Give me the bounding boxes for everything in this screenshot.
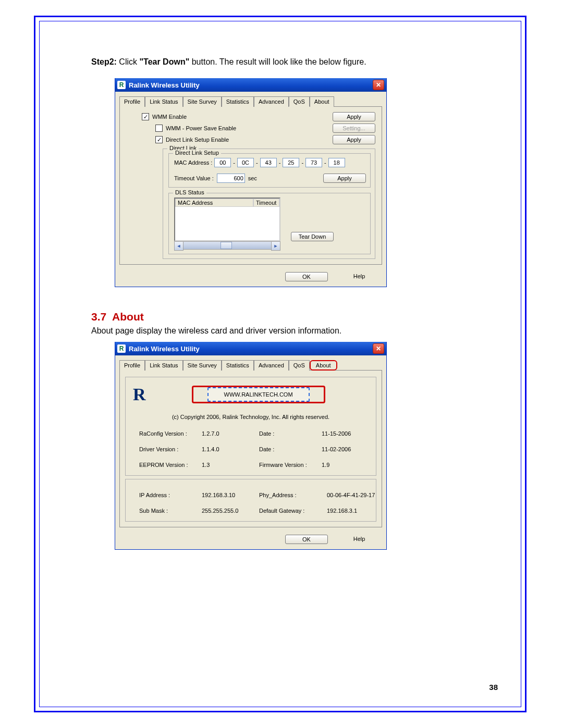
dls-table-header: MAC Address Timeout — [175, 199, 279, 207]
phy-value: 00-06-4F-41-29-17 — [327, 492, 389, 498]
timeout-field[interactable] — [217, 174, 245, 183]
apply-button[interactable]: Apply — [333, 112, 375, 121]
page-number: 38 — [489, 683, 498, 692]
step-rest: button. The result will look like the be… — [189, 57, 366, 66]
tab-statistics[interactable]: Statistics — [222, 360, 254, 371]
mac-field-0[interactable] — [214, 158, 231, 167]
ralink-logo-icon: R — [133, 385, 146, 404]
tear-down-button[interactable]: Tear Down — [291, 232, 334, 241]
page-content: Step2: Click "Tear Down" button. The res… — [52, 31, 508, 697]
tab-link-status[interactable]: Link Status — [145, 360, 182, 371]
direct-link-enable-label: Direct Link Setup Enable — [166, 137, 229, 143]
date-label: Date : — [259, 430, 322, 437]
wmm-powersave-checkbox[interactable]: WMM - Power Save Enable — [155, 125, 236, 132]
close-icon[interactable]: ✕ — [373, 80, 384, 90]
app-icon: R — [117, 344, 126, 353]
help-button[interactable]: Help — [338, 535, 380, 544]
window-title: Ralink Wireless Utility — [129, 345, 200, 353]
scroll-left-icon[interactable]: ◄ — [174, 241, 183, 251]
tab-site-survey[interactable]: Site Survey — [183, 96, 222, 107]
mac-field-4[interactable] — [305, 158, 322, 167]
direct-link-group: Direct Link Direct Link Setup MAC Addres… — [163, 149, 375, 259]
apply-button[interactable]: Apply — [333, 135, 375, 144]
tab-link-status[interactable]: Link Status — [145, 96, 182, 107]
about-panel: R WWW.RALINKTECH.COM (c) Copyright 2006,… — [119, 370, 382, 527]
url-highlight: WWW.RALINKTECH.COM — [192, 386, 325, 403]
titlebar[interactable]: R Ralink Wireless Utility ✕ — [115, 342, 386, 355]
step-prefix: Step2: — [91, 57, 117, 66]
about-window: R Ralink Wireless Utility ✕ Profile Link… — [115, 342, 387, 550]
tab-about-selected[interactable]: About — [310, 360, 337, 371]
about-frame: R WWW.RALINKTECH.COM (c) Copyright 2006,… — [125, 377, 376, 476]
dls-status-group: DLS Status MAC Address Timeout — [168, 193, 371, 254]
tab-profile[interactable]: Profile — [119, 96, 145, 107]
url-button[interactable]: WWW.RALINKTECH.COM — [207, 387, 310, 402]
date-label: Date : — [259, 446, 322, 452]
driver-date: 11-02-2006 — [322, 446, 384, 452]
mask-value: 255.255.255.0 — [202, 508, 259, 514]
network-grid: IP Address : 192.168.3.10 Phy_Address : … — [139, 492, 369, 514]
wmm-enable-checkbox[interactable]: ✓ WMM Enable — [142, 113, 187, 120]
mac-field-5[interactable] — [328, 158, 345, 167]
mac-field-1[interactable] — [237, 158, 254, 167]
version-grid: RaConfig Version : 1.2.7.0 Date : 11-15-… — [139, 430, 369, 468]
raconfig-label: RaConfig Version : — [139, 430, 202, 437]
raconfig-date: 11-15-2006 — [322, 430, 384, 437]
ok-button[interactable]: OK — [285, 272, 328, 281]
tab-profile[interactable]: Profile — [119, 360, 145, 371]
ip-label: IP Address : — [139, 492, 202, 498]
tab-about[interactable]: About — [310, 96, 334, 107]
tab-statistics[interactable]: Statistics — [222, 96, 254, 107]
tab-qos[interactable]: QoS — [289, 360, 310, 371]
step-text: Step2: Click "Tear Down" button. The res… — [91, 57, 508, 67]
mac-field-3[interactable] — [283, 158, 299, 167]
section-heading: 3.7 About — [91, 311, 508, 323]
direct-link-setup-group: Direct Link Setup MAC Address : - - - - … — [168, 153, 371, 188]
app-icon: R — [117, 81, 126, 89]
tab-advanced[interactable]: Advanced — [254, 96, 289, 107]
tab-site-survey[interactable]: Site Survey — [183, 360, 222, 371]
dialog-buttons: OK Help — [115, 269, 386, 287]
mask-label: Sub Mask : — [139, 508, 202, 514]
driver-value: 1.1.4.0 — [202, 446, 259, 452]
direct-link-setup-legend: Direct Link Setup — [173, 150, 221, 156]
about-description: About page display the wireless card and… — [91, 326, 508, 336]
scroll-thumb[interactable] — [221, 242, 232, 249]
close-icon[interactable]: ✕ — [373, 343, 384, 354]
qos-panel: ✓ WMM Enable Apply WMM - Power Save Enab… — [119, 106, 382, 265]
qos-window: R Ralink Wireless Utility ✕ Profile Link… — [115, 78, 387, 287]
network-frame: IP Address : 192.168.3.10 Phy_Address : … — [125, 479, 376, 522]
scroll-right-icon[interactable]: ► — [271, 241, 280, 251]
direct-link-enable-checkbox[interactable]: ✓ Direct Link Setup Enable — [155, 136, 229, 143]
step-verb: Click — [117, 57, 140, 66]
phy-label: Phy_Address : — [259, 492, 327, 498]
mac-address-label: MAC Address : — [174, 159, 212, 166]
tab-bar: Profile Link Status Site Survey Statisti… — [119, 96, 382, 106]
driver-label: Driver Version : — [139, 446, 202, 452]
scroll-track[interactable] — [183, 241, 271, 250]
firmware-value: 1.9 — [322, 462, 384, 468]
timeout-unit: sec — [248, 175, 257, 181]
mac-field-2[interactable] — [260, 158, 277, 167]
tab-advanced[interactable]: Advanced — [254, 360, 289, 371]
horizontal-scrollbar[interactable]: ◄ ► — [174, 241, 280, 250]
tab-bar: Profile Link Status Site Survey Statisti… — [119, 360, 382, 370]
dialog-buttons: OK Help — [115, 532, 386, 549]
titlebar[interactable]: R Ralink Wireless Utility ✕ — [115, 78, 386, 92]
ok-button[interactable]: OK — [285, 535, 328, 544]
checkbox-checked-icon: ✓ — [142, 113, 149, 120]
raconfig-value: 1.2.7.0 — [202, 430, 259, 437]
apply-button[interactable]: Apply — [323, 174, 366, 183]
timeout-label: Timeout Value : — [174, 175, 214, 181]
tab-qos[interactable]: QoS — [289, 96, 310, 107]
checkbox-empty-icon — [155, 125, 163, 132]
checkbox-checked-icon: ✓ — [155, 136, 163, 143]
window-title: Ralink Wireless Utility — [129, 81, 200, 89]
firmware-label: Firmware Version : — [259, 462, 322, 468]
wmm-powersave-label: WMM - Power Save Enable — [166, 125, 236, 131]
section-number: 3.7 — [91, 311, 106, 323]
col-timeout: Timeout — [253, 199, 279, 207]
document-page: Step2: Click "Tear Down" button. The res… — [0, 0, 563, 728]
dls-table[interactable]: MAC Address Timeout — [174, 198, 280, 241]
help-button[interactable]: Help — [338, 272, 380, 281]
